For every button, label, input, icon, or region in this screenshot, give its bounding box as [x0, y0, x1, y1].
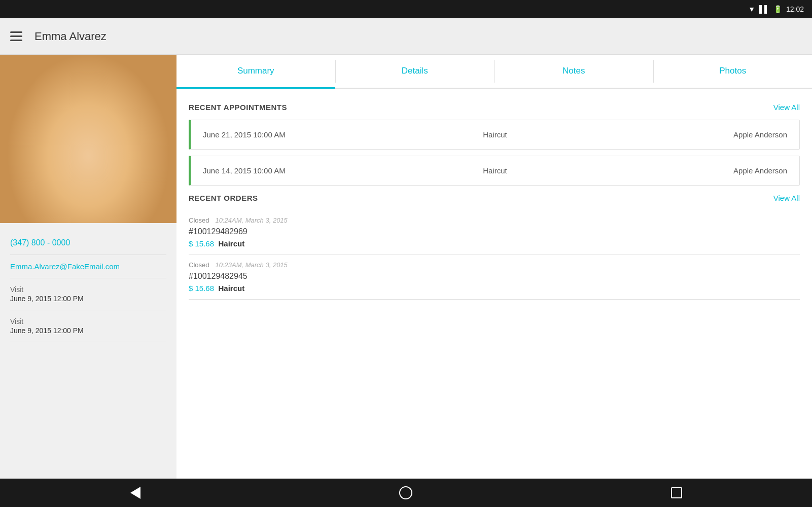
- appointments-view-all[interactable]: View All: [773, 103, 800, 112]
- order-meta-1: Closed 10:24AM, March 3, 2015: [189, 216, 800, 224]
- phone-link[interactable]: (347) 800 - 0000: [10, 231, 166, 255]
- main-layout: (347) 800 - 0000 Emma.Alvarez@FakeEmail.…: [0, 55, 812, 479]
- status-icons: ▼ ▌▌ 🔋 12:02: [748, 5, 804, 13]
- order-item-1: Closed 10:24AM, March 3, 2015 #100129482…: [189, 210, 800, 255]
- recents-button[interactable]: [661, 483, 692, 503]
- page-title: Emma Alvarez: [34, 30, 107, 43]
- visit-label-2: Visit: [10, 317, 166, 325]
- order-details-2: $ 15.68 Haircut: [189, 284, 800, 293]
- tab-summary[interactable]: Summary: [176, 55, 335, 89]
- appointments-section-header: RECENT APPOINTMENTS View All: [189, 103, 800, 112]
- order-service-1: Haircut: [219, 239, 245, 248]
- visit-date-1: June 9, 2015 12:00 PM: [10, 295, 166, 303]
- visit-date-2: June 9, 2015 12:00 PM: [10, 327, 166, 335]
- order-timestamp-1: 10:24AM, March 3, 2015: [215, 216, 287, 224]
- order-details-1: $ 15.68 Haircut: [189, 239, 800, 248]
- sidebar: (347) 800 - 0000 Emma.Alvarez@FakeEmail.…: [0, 55, 176, 479]
- appointment-card-2: June 14, 2015 10:00 AM Haircut Apple And…: [189, 156, 800, 186]
- order-amount-1: $ 15.68: [189, 239, 214, 248]
- visit-item-1: Visit June 9, 2015 12:00 PM: [10, 278, 166, 310]
- orders-title: RECENT ORDERS: [189, 194, 258, 202]
- bottom-nav: [0, 479, 812, 507]
- order-number-2: #100129482945: [189, 272, 800, 281]
- order-timestamp-2: 10:23AM, March 3, 2015: [215, 261, 287, 269]
- order-status-2: Closed: [189, 261, 209, 269]
- email-link[interactable]: Emma.Alvarez@FakeEmail.com: [10, 255, 166, 278]
- order-status-1: Closed: [189, 216, 209, 224]
- appt-service-1: Haircut: [398, 130, 592, 139]
- tab-notes[interactable]: Notes: [495, 55, 653, 89]
- order-meta-2: Closed 10:23AM, March 3, 2015: [189, 261, 800, 269]
- content-area: Summary Details Notes Photos RECENT APPO…: [176, 55, 812, 479]
- signal-icon: ▌▌: [759, 5, 769, 13]
- appointment-card-1: June 21, 2015 10:00 AM Haircut Apple And…: [189, 120, 800, 150]
- tabs: Summary Details Notes Photos: [176, 55, 812, 89]
- appointments-title: RECENT APPOINTMENTS: [189, 103, 287, 112]
- menu-button[interactable]: [10, 31, 22, 41]
- order-amount-2: $ 15.68: [189, 284, 214, 293]
- tab-photos[interactable]: Photos: [654, 55, 813, 89]
- sidebar-info: (347) 800 - 0000 Emma.Alvarez@FakeEmail.…: [0, 223, 176, 350]
- orders-view-all[interactable]: View All: [773, 194, 800, 202]
- orders-section-header: RECENT ORDERS View All: [189, 194, 800, 202]
- appt-date-2: June 14, 2015 10:00 AM: [203, 166, 398, 175]
- order-number-1: #100129482969: [189, 227, 800, 236]
- orders-section: RECENT ORDERS View All Closed 10:24AM, M…: [189, 194, 800, 300]
- appt-staff-2: Apple Anderson: [592, 166, 787, 175]
- visit-label-1: Visit: [10, 285, 166, 294]
- appt-staff-1: Apple Anderson: [592, 130, 787, 139]
- status-bar: ▼ ▌▌ 🔋 12:02: [0, 0, 812, 18]
- appt-service-2: Haircut: [398, 166, 592, 175]
- avatar: [0, 55, 176, 223]
- app-bar: Emma Alvarez: [0, 18, 812, 55]
- wifi-icon: ▼: [748, 5, 755, 13]
- time-display: 12:02: [786, 5, 804, 13]
- order-service-2: Haircut: [219, 284, 245, 293]
- appt-date-1: June 21, 2015 10:00 AM: [203, 130, 398, 139]
- order-item-2: Closed 10:23AM, March 3, 2015 #100129482…: [189, 255, 800, 300]
- avatar-container: [0, 55, 176, 223]
- back-button[interactable]: [120, 483, 151, 503]
- tab-details[interactable]: Details: [336, 55, 495, 89]
- home-button[interactable]: [391, 483, 421, 503]
- battery-icon: 🔋: [773, 5, 782, 13]
- content-scroll: RECENT APPOINTMENTS View All June 21, 20…: [176, 89, 812, 479]
- visit-item-2: Visit June 9, 2015 12:00 PM: [10, 310, 166, 342]
